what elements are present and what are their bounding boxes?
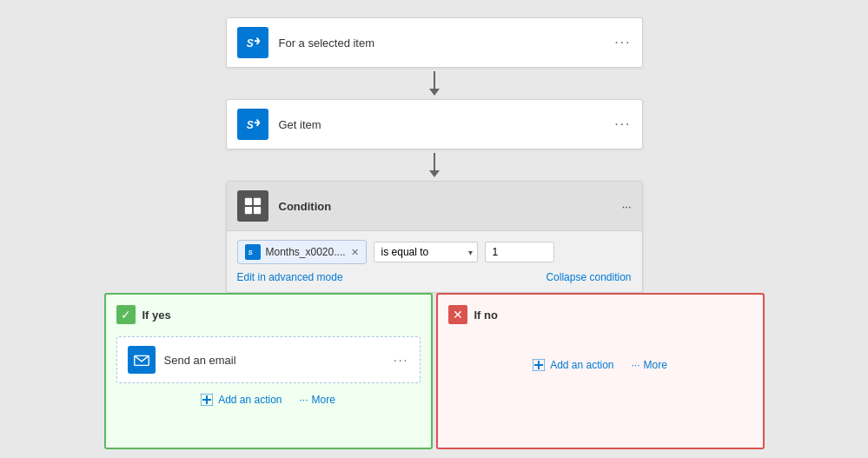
svg-rect-18: [538, 361, 540, 369]
condition-icon: [237, 190, 268, 222]
send-email-label: Send an email: [164, 354, 394, 367]
operator-select-wrapper[interactable]: is equal tois not equal tois greater tha…: [374, 242, 478, 262]
edit-advanced-link[interactable]: Edit in advanced mode: [237, 271, 343, 283]
branch-no-actions: Add an action ··· More: [448, 359, 752, 371]
branch-yes-title: If yes: [142, 309, 171, 322]
no-add-action-btn[interactable]: Add an action: [533, 359, 613, 371]
branch-no-title: If no: [474, 309, 498, 322]
condition-more[interactable]: ···: [622, 200, 632, 213]
step-for-selected-item[interactable]: S For a selected item ···: [226, 17, 643, 68]
condition-row: S Months_x0020.... ✕ is equal tois not e…: [237, 240, 632, 264]
branch-container: ✓ If yes Send an email ···: [104, 293, 765, 449]
sharepoint-icon-1: S: [237, 27, 268, 58]
branch-yes-header: ✓ If yes: [116, 305, 421, 324]
svg-rect-6: [244, 198, 251, 205]
svg-rect-7: [253, 198, 260, 205]
branch-no: ✕ If no Add an action ··· More: [436, 293, 765, 449]
condition-tag[interactable]: S Months_x0020.... ✕: [237, 240, 367, 264]
tag-sp-icon: S: [245, 244, 261, 260]
svg-rect-8: [244, 207, 251, 214]
branch-no-icon: ✕: [448, 305, 467, 324]
step-get-item[interactable]: S Get item ···: [226, 99, 643, 149]
yes-more-dots: ···: [300, 394, 308, 406]
condition-value-input[interactable]: [485, 242, 554, 262]
sharepoint-icon-2: S: [237, 109, 268, 140]
step-get-item-label: Get item: [279, 118, 615, 131]
yes-add-action-label: Add an action: [218, 394, 282, 406]
no-more-dots: ···: [632, 359, 640, 371]
collapse-condition-link[interactable]: Collapse condition: [546, 271, 631, 283]
condition-header: Condition ···: [227, 182, 642, 231]
yes-more-label: More: [312, 394, 335, 406]
add-action-icon: [201, 394, 213, 406]
condition-title: Condition: [279, 200, 622, 213]
no-more-btn[interactable]: ··· More: [632, 359, 667, 371]
flow-canvas: S For a selected item ··· S Get item ···: [0, 17, 868, 458]
no-add-action-icon: [533, 359, 545, 371]
svg-rect-15: [206, 395, 208, 404]
svg-text:S: S: [246, 37, 253, 50]
step-for-selected-item-label: For a selected item: [279, 37, 615, 50]
outlook-icon: [128, 346, 156, 374]
branch-yes: ✓ If yes Send an email ···: [104, 293, 433, 449]
yes-add-action-btn[interactable]: Add an action: [201, 394, 282, 406]
svg-rect-9: [253, 207, 260, 214]
send-email-more[interactable]: ···: [394, 353, 409, 367]
no-add-action-label: Add an action: [550, 359, 613, 371]
condition-card: Condition ··· S Months_x0020.... ✕ is eq…: [226, 181, 643, 293]
no-more-label: More: [644, 359, 667, 371]
yes-more-btn[interactable]: ··· More: [300, 394, 335, 406]
arrow-1: [429, 68, 440, 99]
branch-yes-icon: ✓: [116, 305, 136, 324]
step-for-selected-item-more[interactable]: ···: [614, 35, 631, 50]
condition-body: S Months_x0020.... ✕ is equal tois not e…: [227, 231, 642, 292]
operator-select[interactable]: is equal tois not equal tois greater tha…: [374, 242, 478, 262]
branch-yes-actions: Add an action ··· More: [116, 394, 421, 406]
step-get-item-more[interactable]: ···: [614, 116, 631, 132]
svg-text:S: S: [248, 249, 253, 256]
arrow-2: [429, 149, 440, 181]
condition-links: Edit in advanced mode Collapse condition: [237, 271, 632, 283]
svg-text:S: S: [246, 119, 253, 131]
send-email-action[interactable]: Send an email ···: [116, 336, 421, 383]
tag-close-btn[interactable]: ✕: [351, 247, 359, 258]
condition-tag-label: Months_x0020....: [266, 246, 346, 258]
branch-no-header: ✕ If no: [448, 305, 752, 324]
